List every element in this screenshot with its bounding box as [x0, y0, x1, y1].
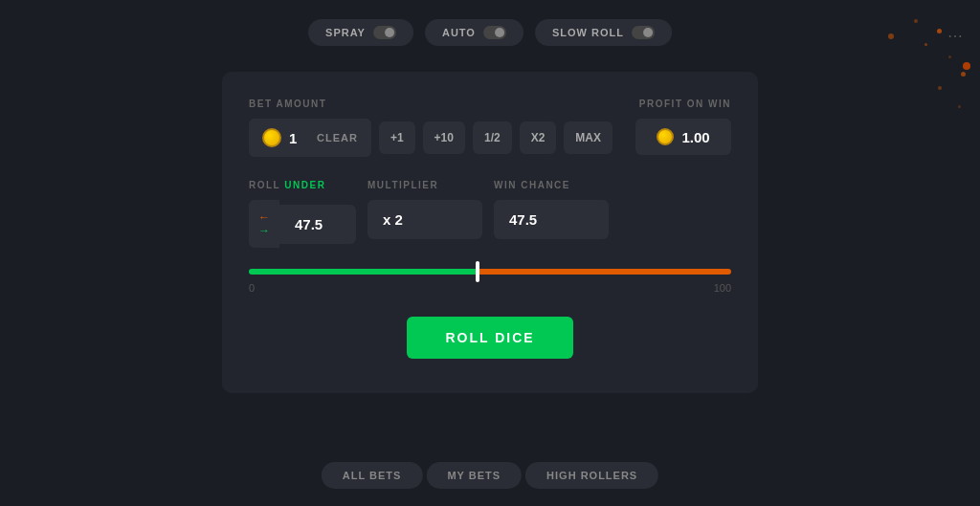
bottom-tabs: ALL BETS MY BETS HIGH ROLLERS — [322, 462, 658, 489]
slider-labels: 0 100 — [249, 282, 731, 294]
main-card: BET AMOUNT 1 CLEAR +1 +10 1/2 X2 MAX PRO… — [222, 72, 758, 393]
bet-amount-label: BET AMOUNT — [249, 99, 612, 109]
profit-value: 1.00 — [681, 129, 709, 145]
roll-dice-container: ROLL DICE — [249, 317, 731, 359]
slider-section: 0 100 — [249, 269, 731, 294]
arrow-down-icon: → — [258, 225, 270, 236]
coin-icon — [262, 128, 281, 147]
auto-label: AUTO — [442, 27, 476, 38]
roll-dice-button[interactable]: ROLL DICE — [407, 317, 572, 359]
bet-amount-section: BET AMOUNT 1 CLEAR +1 +10 1/2 X2 MAX — [249, 99, 612, 180]
swap-arrows: ← → — [258, 211, 270, 236]
network-icon: ⋯ — [947, 27, 963, 45]
win-chance-group: WIN CHANCE 47.5 — [494, 180, 609, 239]
spray-indicator — [373, 26, 396, 39]
slow-roll-label: SLOW ROLL — [552, 27, 624, 38]
profit-on-win-section: PROFIT ON WIN 1.00 — [635, 99, 731, 155]
top-controls-bar: SPRAY AUTO SLOW ROLL — [308, 19, 672, 46]
slider-max-label: 100 — [714, 282, 731, 294]
max-button[interactable]: MAX — [564, 121, 612, 154]
spray-label: SPRAY — [325, 27, 366, 38]
roll-under-label: ROLL UNDER — [249, 180, 356, 190]
slider-thumb[interactable] — [476, 261, 479, 282]
multiplier-group: MULTIPLIER x 2 — [368, 180, 482, 239]
profit-box: 1.00 — [635, 119, 731, 155]
slow-roll-indicator — [632, 26, 655, 39]
win-chance-value[interactable]: 47.5 — [494, 200, 609, 239]
multiplier-label: MULTIPLIER — [368, 180, 482, 190]
bet-value: 1 — [289, 130, 309, 146]
profit-coin-icon — [657, 128, 674, 145]
double-button[interactable]: X2 — [520, 121, 557, 154]
tab-all-bets[interactable]: ALL BETS — [322, 462, 423, 489]
tab-my-bets[interactable]: MY BETS — [426, 462, 522, 489]
arrow-up-icon: ← — [258, 211, 270, 223]
swap-button[interactable]: ← → — [249, 200, 279, 248]
bet-row: 1 CLEAR +1 +10 1/2 X2 MAX — [249, 119, 612, 157]
profit-label: PROFIT ON WIN — [639, 99, 731, 109]
win-chance-label: WIN CHANCE — [494, 180, 609, 190]
params-row: ROLL UNDER ← → 47.5 MULTIPLIER x 2 WIN C… — [249, 180, 731, 248]
auto-indicator — [483, 26, 506, 39]
plus1-button[interactable]: +1 — [379, 121, 415, 154]
roll-under-value[interactable]: 47.5 — [279, 205, 356, 244]
half-button[interactable]: 1/2 — [473, 121, 512, 154]
spray-toggle[interactable]: SPRAY — [308, 19, 413, 46]
clear-button[interactable]: CLEAR — [317, 132, 358, 143]
bet-input-box[interactable]: 1 CLEAR — [249, 119, 371, 157]
plus10-button[interactable]: +10 — [423, 121, 465, 154]
tab-high-rollers[interactable]: HIGH ROLLERS — [525, 462, 658, 489]
multiplier-value[interactable]: x 2 — [368, 200, 482, 239]
roll-under-input-row: ← → 47.5 — [249, 200, 356, 248]
roll-under-group: ROLL UNDER ← → 47.5 — [249, 180, 356, 248]
slider-track[interactable] — [249, 269, 731, 275]
slow-roll-toggle[interactable]: SLOW ROLL — [535, 19, 672, 46]
auto-toggle[interactable]: AUTO — [425, 19, 523, 46]
slider-min-label: 0 — [249, 282, 255, 294]
